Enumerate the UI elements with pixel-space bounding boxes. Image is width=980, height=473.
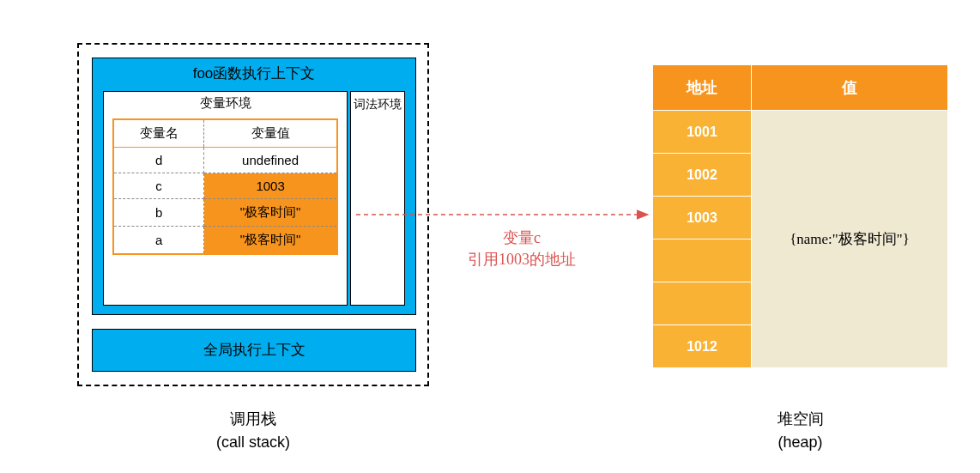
heap-addr: 1012: [653, 325, 752, 368]
var-name: a: [113, 227, 204, 255]
var-value: undefined: [204, 148, 337, 173]
heap-addr: [653, 240, 752, 282]
foo-execution-context: foo函数执行上下文 变量环境 变量名 变量值 d undefined c 10…: [92, 58, 416, 315]
lexical-environment-title: 词法环境: [354, 97, 402, 111]
table-row: c 1003: [113, 173, 337, 199]
heap-value-header: 值: [752, 65, 948, 111]
heap-row: 1001 {name:"极客时间"}: [653, 111, 948, 154]
var-value-highlighted: "极客时间": [204, 199, 337, 227]
var-name: b: [113, 199, 204, 227]
heap-caption-zh: 堆空间: [777, 410, 824, 428]
call-stack-panel: foo函数执行上下文 变量环境 变量名 变量值 d undefined c 10…: [77, 43, 429, 386]
heap-addr: 1003: [653, 197, 752, 240]
table-row: d undefined: [113, 148, 337, 173]
heap-caption: 堆空间 (heap): [652, 408, 948, 454]
call-stack-caption: 调用栈 (call stack): [77, 408, 429, 454]
table-row: b "极客时间": [113, 199, 337, 227]
heap-table: 地址 值 1001 {name:"极客时间"} 1002 1003 1012: [652, 64, 948, 368]
variable-environment-box: 变量环境 变量名 变量值 d undefined c 1003: [103, 91, 348, 306]
heap-addr: 1002: [653, 154, 752, 197]
var-name: d: [113, 148, 204, 173]
var-value-highlighted: "极客时间": [204, 227, 337, 255]
variable-name-header: 变量名: [113, 119, 204, 148]
heap-addr-header: 地址: [653, 65, 752, 111]
heap-caption-en: (heap): [777, 434, 822, 451]
arrow-text-line2: 引用1003的地址: [468, 251, 576, 268]
global-context-title: 全局执行上下文: [203, 342, 305, 358]
variable-table: 变量名 变量值 d undefined c 1003 b "极客时间": [112, 118, 338, 255]
lexical-environment-box: 词法环境: [350, 91, 405, 306]
variable-environment-title: 变量环境: [104, 92, 347, 115]
foo-context-title: foo函数执行上下文: [93, 58, 415, 88]
var-value-highlighted: 1003: [204, 173, 337, 199]
variable-table-header-row: 变量名 变量值: [113, 119, 337, 148]
call-stack-caption-en: (call stack): [216, 434, 290, 451]
heap-header-row: 地址 值: [653, 65, 948, 111]
arrow-text-line1: 变量c: [503, 229, 541, 246]
heap-addr: 1001: [653, 111, 752, 154]
reference-arrow-label: 变量c 引用1003的地址: [468, 227, 576, 270]
call-stack-caption-zh: 调用栈: [230, 410, 276, 428]
variable-value-header: 变量值: [204, 119, 337, 148]
var-name: c: [113, 173, 204, 199]
heap-addr: [653, 282, 752, 325]
heap-value-cell: {name:"极客时间"}: [752, 111, 948, 368]
table-row: a "极客时间": [113, 227, 337, 255]
global-execution-context: 全局执行上下文: [92, 329, 416, 372]
